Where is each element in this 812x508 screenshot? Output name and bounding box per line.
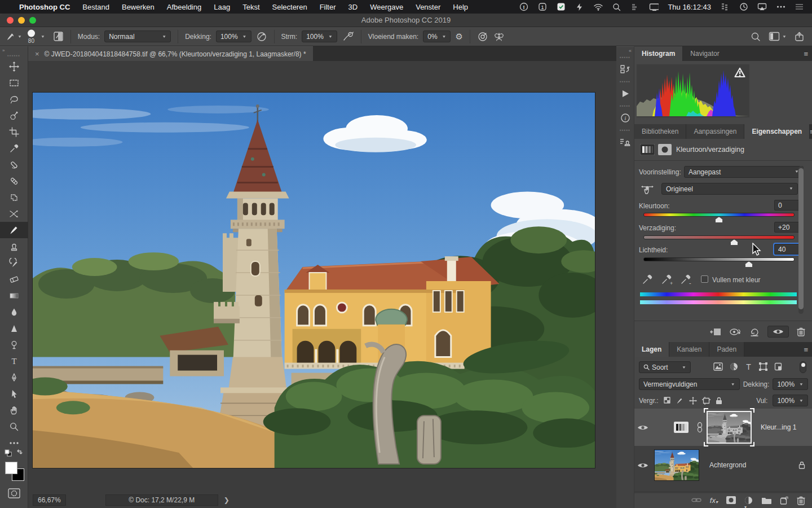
tab-eigenschappen[interactable]: Eigenschappen <box>744 124 810 139</box>
layer-name[interactable]: Kleur...ing 1 <box>761 423 796 431</box>
tab-paden[interactable]: Paden <box>709 342 744 357</box>
layer-filter-select[interactable]: Soort▼ <box>639 361 691 373</box>
tab-histogram[interactable]: Histogram <box>634 46 683 61</box>
tab-kanalen[interactable]: Kanalen <box>669 342 709 357</box>
canvas-image[interactable] <box>32 92 595 468</box>
zoom-level-field[interactable]: 66,67% <box>33 494 66 506</box>
opacity-select[interactable]: 100%▼ <box>216 30 251 42</box>
search-icon[interactable] <box>751 32 761 42</box>
view-previous-state-icon[interactable] <box>729 327 742 336</box>
tool-gradient[interactable] <box>0 287 28 304</box>
tool-history-brush[interactable] <box>0 255 28 271</box>
flow-select[interactable]: 100%▼ <box>302 30 337 42</box>
new-layer-icon[interactable] <box>780 496 788 505</box>
preset-select[interactable]: Aangepast▼ <box>684 166 804 178</box>
info-circle-icon[interactable]: ! <box>519 2 528 12</box>
tab-bibliotheken[interactable]: Bibliotheken <box>634 124 686 139</box>
lock-position-icon[interactable] <box>689 397 697 405</box>
tool-eyedropper[interactable] <box>0 140 28 156</box>
shortcuts-icon[interactable] <box>575 2 584 12</box>
tool-preset-picker[interactable]: ▼ <box>6 32 22 42</box>
layer-name[interactable]: Achtergrond <box>709 461 746 469</box>
brush-angle-icon[interactable] <box>477 31 488 42</box>
delete-layer-icon[interactable] <box>797 496 805 505</box>
status-chevron-icon[interactable]: ❯ <box>224 496 230 504</box>
app-menu-name[interactable]: Photoshop CC <box>19 3 70 11</box>
menu-bewerken[interactable]: Bewerken <box>122 3 155 11</box>
close-tab-icon[interactable]: × <box>35 50 39 58</box>
zoom-window-button[interactable] <box>29 17 36 24</box>
tool-pen[interactable] <box>0 369 28 386</box>
color-swatches[interactable] <box>5 462 24 481</box>
brush-picker-chevron[interactable]: ▼ <box>41 34 45 38</box>
display-icon[interactable] <box>649 2 659 12</box>
menu-filter[interactable]: Filter <box>320 3 336 11</box>
tool-marquee[interactable] <box>0 75 28 91</box>
lightness-slider-track[interactable] <box>643 257 795 261</box>
colorize-checkbox[interactable] <box>701 275 708 283</box>
foreground-color-swatch[interactable] <box>5 462 17 474</box>
filter-adjustment-layers-icon[interactable] <box>730 362 738 371</box>
menu-venster[interactable]: Venster <box>416 3 440 11</box>
fill-select[interactable]: 100%▼ <box>773 395 808 406</box>
tool-eraser[interactable] <box>0 271 28 287</box>
blend-mode-select[interactable]: Normaal▼ <box>104 30 171 42</box>
menu-tekst[interactable]: Tekst <box>242 3 259 11</box>
menu-weergave[interactable]: Weergave <box>370 3 403 11</box>
eyedropper-add-icon[interactable]: + <box>660 273 674 286</box>
minimize-window-button[interactable] <box>18 17 25 24</box>
filter-pixel-layers-icon[interactable] <box>713 362 723 371</box>
tool-spot-healing[interactable] <box>0 156 28 173</box>
channel-select[interactable]: Origineel▼ <box>661 183 798 195</box>
layers-panel-menu-icon[interactable]: ≡ <box>804 345 812 354</box>
mask-link-icon[interactable] <box>696 422 703 433</box>
lock-pixels-icon[interactable] <box>676 397 684 405</box>
panel-clone-source-icon[interactable] <box>616 133 634 152</box>
filter-shape-layers-icon[interactable] <box>759 362 767 371</box>
dock-collapse-icon[interactable]: « <box>616 47 634 55</box>
panel-history-icon[interactable] <box>616 60 634 79</box>
blend-mode-select-layers[interactable]: Vermenigvuldigen▼ <box>639 378 740 390</box>
saturation-slider-track[interactable] <box>643 235 795 239</box>
more-dots-icon[interactable] <box>776 2 785 12</box>
layers-opacity-select[interactable]: 100%▼ <box>773 378 808 390</box>
quick-mask-button[interactable] <box>8 488 20 498</box>
toggle-visibility-button[interactable] <box>767 326 789 338</box>
stacks-icon[interactable] <box>720 2 730 12</box>
layer-filter-toggle[interactable] <box>800 361 806 373</box>
lock-all-icon[interactable] <box>716 397 722 405</box>
menu-help[interactable]: Help <box>453 3 468 11</box>
tool-content-aware-move[interactable] <box>0 205 28 222</box>
share-icon[interactable] <box>795 32 804 42</box>
tool-healing-brush[interactable] <box>0 173 28 189</box>
symmetry-butterfly-icon[interactable] <box>493 31 505 42</box>
tool-path-select[interactable] <box>0 386 28 402</box>
layer-visibility-eye-icon[interactable] <box>634 424 651 431</box>
menu-laag[interactable]: Laag <box>214 3 230 11</box>
lightness-slider-thumb[interactable] <box>745 261 753 268</box>
menu-afbeelding[interactable]: Afbeelding <box>167 3 201 11</box>
tool-hand[interactable] <box>0 402 28 418</box>
delete-adjustment-icon[interactable] <box>797 327 805 336</box>
background-layer-thumbnail[interactable] <box>654 449 699 481</box>
reset-adjustment-icon[interactable] <box>749 327 760 336</box>
tool-patch[interactable] <box>0 189 28 205</box>
workspace-switcher[interactable]: ▼ <box>769 32 787 41</box>
brush-size-preview[interactable]: 80 <box>27 29 36 44</box>
panel-actions-icon[interactable] <box>616 84 634 103</box>
tool-brush[interactable] <box>0 222 28 238</box>
smoothing-select[interactable]: 0%▼ <box>423 30 451 42</box>
lock-artboard-icon[interactable] <box>702 397 710 405</box>
tab-lagen[interactable]: Lagen <box>634 342 669 357</box>
histogram-panel-menu-icon[interactable]: ≡ <box>804 50 812 58</box>
menu-3d[interactable]: 3D <box>348 3 358 11</box>
tool-blur[interactable] <box>0 304 28 320</box>
background-lock-icon[interactable] <box>798 461 805 469</box>
clip-to-layer-icon[interactable] <box>710 327 721 336</box>
toolbar-collapse-icon[interactable]: » <box>0 47 28 53</box>
wifi-icon[interactable] <box>593 2 603 12</box>
link-layers-icon[interactable] <box>691 497 701 503</box>
tool-type[interactable]: T <box>0 353 28 369</box>
layer-row-background[interactable]: Achtergrond <box>634 447 812 483</box>
hue-slider-track[interactable] <box>643 213 795 217</box>
